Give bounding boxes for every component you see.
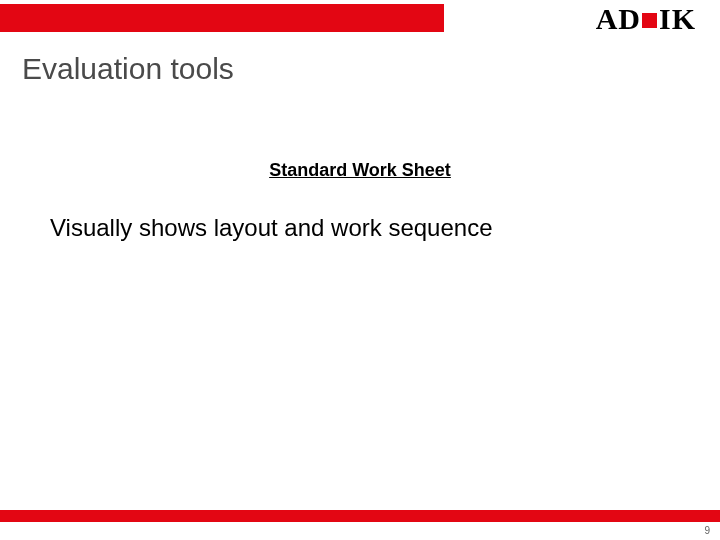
section-subheading: Standard Work Sheet — [0, 160, 720, 181]
logo-text-suffix: IK — [659, 2, 696, 36]
body-text: Visually shows layout and work sequence — [50, 214, 492, 242]
logo-text-prefix: AD — [596, 2, 641, 36]
page-number: 9 — [704, 525, 710, 536]
logo-square-icon — [642, 13, 657, 28]
page-title: Evaluation tools — [22, 52, 234, 86]
footer-accent-bar — [0, 510, 720, 522]
brand-logo: AD IK — [596, 2, 696, 36]
header-accent-bar — [0, 4, 444, 32]
